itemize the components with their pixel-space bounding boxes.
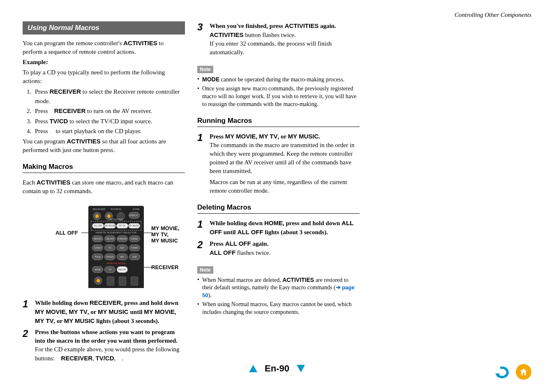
callout-receiver: RECEIVER <box>151 264 178 270</box>
prev-page-arrow[interactable] <box>249 365 257 372</box>
deleting-step-1: 1 While holding down HOME, press and hol… <box>197 219 360 237</box>
note-list: MODE cannot be operated during the macro… <box>197 76 360 108</box>
making-macros-heading: Making Macros <box>23 163 185 171</box>
remote-rcvr-btn: RECVR <box>117 266 128 273</box>
remote-tv-btn: TV <box>104 266 115 273</box>
remote-alloff-btn: ALL OFF <box>92 223 104 228</box>
note-list: When Normal macros are deleted, ACTIVITI… <box>197 276 360 316</box>
intro-paragraph: You can program the remote controller's … <box>23 39 185 56</box>
example-intro: To play a CD you typically need to perfo… <box>23 68 185 85</box>
list-item: Press RECEIVER to select the Receiver re… <box>33 87 185 106</box>
list-item: When Normal macros are deleted, ACTIVITI… <box>197 276 360 300</box>
deleting-macros-heading: Deleting Macros <box>197 203 360 212</box>
remote-input-btn: BD/DVD <box>92 235 103 242</box>
running-step-1: 1 Press MY MOVIE, MY TV, or MY MUSIC. Th… <box>197 132 360 195</box>
remote-input-btn: CBL/SAT <box>104 235 115 242</box>
note-label: Note <box>197 266 213 274</box>
remote-rocker <box>119 277 126 286</box>
step-number: 3 <box>197 21 210 32</box>
list-item: When using Normal macros, Easy macros ca… <box>197 301 360 316</box>
remote-input-btn: STB/DVR <box>117 235 128 242</box>
remote-mytv-btn: MY TV <box>116 223 128 228</box>
footer: En-90 <box>0 363 554 380</box>
remote-input-btn: NET <box>117 254 128 260</box>
remote-btn <box>94 277 102 285</box>
remote-input-btn: TUNER <box>129 244 140 251</box>
example-list: Press RECEIVER to select the Receiver re… <box>23 87 185 136</box>
note-label: Note <box>197 66 213 73</box>
callout-alloff: ALL OFF <box>55 230 78 236</box>
step-number: 2 <box>23 328 35 339</box>
remote-mymusic-btn: MY MUSIC <box>128 223 140 228</box>
list-item: Press TV/CD to select the TV/CD input so… <box>33 117 185 126</box>
heading-rule <box>23 173 185 173</box>
example-label: Example: <box>23 58 185 67</box>
remote-figure: ALL OFF MY MOVIE, MY TV, MY MUSIC RECEIV… <box>23 206 185 290</box>
step-number: 2 <box>197 239 210 250</box>
heading-rule <box>197 213 360 214</box>
back-icon[interactable] <box>494 365 510 378</box>
remote-input-btn: TV/CD <box>92 254 103 260</box>
heading-rule <box>197 127 360 127</box>
step-2: 2 Press the buttons whose actions you wa… <box>23 328 185 363</box>
remote-display-btn: DISPLAY <box>129 212 140 219</box>
step-3: 3 When you've finished, press ACTIVITIES… <box>197 21 360 57</box>
making-body: Each ACTIVITIES can store one macro, and… <box>23 178 185 196</box>
remote-mymovie-btn: MY MOVIE <box>104 223 116 228</box>
remote-rocker <box>131 277 138 286</box>
list-item: MODE cannot be operated during the macro… <box>197 76 360 84</box>
list-item: Press RECEIVER to turn on the AV receive… <box>33 106 185 116</box>
home-icon[interactable] <box>516 364 531 380</box>
step-number: 1 <box>197 132 210 143</box>
remote-rocker <box>107 277 114 286</box>
column-left: Using Normal Macros You can program the … <box>23 21 185 365</box>
remote-input-btn: PHONO <box>104 254 115 260</box>
step-1: 1 While holding down RECEIVER, press and… <box>23 298 185 325</box>
remote-body: RECEIVERSOURCE ZONE DISPLAY ACTIVITIES A… <box>88 206 144 288</box>
list-item: Press to start playback on the CD player… <box>33 127 185 136</box>
column-right: 3 When you've finished, press ACTIVITIES… <box>197 21 360 365</box>
remote-mode-btn: MODE <box>92 266 103 273</box>
callout-mymovie: MY MOVIE, MY TV, MY MUSIC <box>151 225 179 244</box>
remote-input-btn: USB <box>129 254 140 260</box>
remote-input-btn: AUX <box>117 244 128 251</box>
list-item: Once you assign new macro commands, the … <box>197 85 360 108</box>
section-breadcrumb: Controlling Other Components <box>455 12 531 18</box>
post-paragraph: You can program ACTIVITIES so that all f… <box>23 137 185 154</box>
step-number: 1 <box>197 219 210 229</box>
deleting-step-2: 2 Press ALL OFF again. ALL OFF flashes t… <box>197 239 360 257</box>
remote-input-btn: GAME1 <box>129 235 140 242</box>
step-number: 1 <box>23 298 35 309</box>
section-heading-bar: Using Normal Macros <box>23 21 185 35</box>
page-number: En-90 <box>265 363 289 374</box>
next-page-arrow[interactable] <box>297 365 305 372</box>
remote-input-btn: GAME2 <box>92 244 103 251</box>
remote-input-btn: PC <box>104 244 115 251</box>
running-macros-heading: Running Macros <box>197 117 360 125</box>
